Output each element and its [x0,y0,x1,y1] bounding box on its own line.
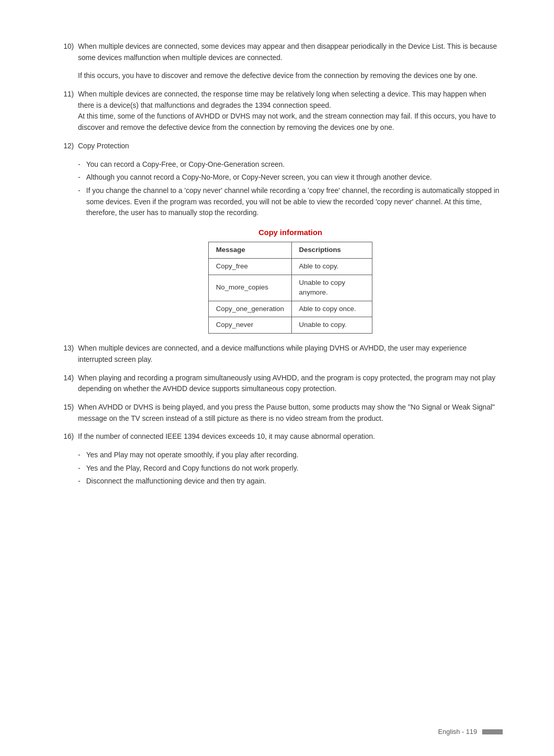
bullet-item: - If you change the channel to a 'copy n… [78,185,503,219]
bullet-dash: - [78,463,86,474]
bullet-item: - Yes and the Play, Record and Copy func… [78,463,503,474]
item-12-text: Copy Protection [78,141,503,152]
table-cell: Copy_never [209,317,292,334]
bullet-dash: - [78,185,86,219]
copy-info-section: Copy information Message Descriptions Co… [78,228,503,334]
bullet-text: Although you cannot record a Copy-No-Mor… [86,172,503,183]
item-11-text: When multiple devices are connected, the… [78,89,503,133]
item-10-extra: If this occurs, you have to discover and… [78,70,503,82]
item-11: 11) When multiple devices are connected,… [51,89,503,133]
item-15: 15) When AVHDD or DVHS is being played, … [51,402,503,424]
item-13: 13) When multiple devices are connected,… [51,343,503,365]
item-12-number: 12) [51,141,78,152]
table-cell: Able to copy once. [291,301,372,317]
bullet-text: Disconnect the malfunctioning device and… [86,476,503,487]
bullet-item: - You can record a Copy-Free, or Copy-On… [78,159,503,170]
table-row: Copy_free Able to copy. [209,258,372,275]
bullet-dash: - [78,172,86,183]
table-row: No_more_copies Unable to copy anymore. [209,275,372,301]
bullet-dash: - [78,450,86,461]
bullet-item: - Yes and Play may not operate smoothly,… [78,450,503,461]
item-16-number: 16) [51,431,78,442]
bullet-item: - Disconnect the malfunctioning device a… [78,476,503,487]
bullet-text: Yes and the Play, Record and Copy functi… [86,463,503,474]
table-cell: Copy_free [209,258,292,275]
item-14: 14) When playing and recording a program… [51,373,503,395]
table-cell: No_more_copies [209,275,292,301]
table-row: Copy_one_generation Able to copy once. [209,301,372,317]
item-12-bullets: - You can record a Copy-Free, or Copy-On… [78,159,503,219]
footer-text: English - 119 [438,728,477,735]
table-cell: Unable to copy. [291,317,372,334]
bullet-dash: - [78,159,86,170]
footer-bar [482,729,503,734]
page-footer: English - 119 [438,728,503,735]
item-16: 16) If the number of connected IEEE 1394… [51,431,503,442]
table-cell: Copy_one_generation [209,301,292,317]
copy-info-title: Copy information [78,228,503,237]
table-row: Copy_never Unable to copy. [209,317,372,334]
item-11-number: 11) [51,89,78,133]
item-14-number: 14) [51,373,78,395]
item-10: 10) When multiple devices are connected,… [51,41,503,63]
item-13-number: 13) [51,343,78,365]
col-header-message: Message [209,242,292,258]
bullet-dash: - [78,476,86,487]
bullet-text: You can record a Copy-Free, or Copy-One-… [86,159,503,170]
table-cell: Able to copy. [291,258,372,275]
page: 10) When multiple devices are connected,… [0,0,554,756]
table-header-row: Message Descriptions [209,242,372,258]
col-header-descriptions: Descriptions [291,242,372,258]
item-15-number: 15) [51,402,78,424]
table-cell: Unable to copy anymore. [291,275,372,301]
item-16-bullets: - Yes and Play may not operate smoothly,… [78,450,503,487]
copy-table: Message Descriptions Copy_free Able to c… [208,242,372,334]
item-10-number: 10) [51,41,78,63]
item-10-text: When multiple devices are connected, som… [78,41,503,63]
bullet-text: If you change the channel to a 'copy nev… [86,185,503,219]
bullet-item: - Although you cannot record a Copy-No-M… [78,172,503,183]
bullet-text: Yes and Play may not operate smoothly, i… [86,450,503,461]
item-12: 12) Copy Protection [51,141,503,152]
item-13-text: When multiple devices are connected, and… [78,343,503,365]
item-15-text: When AVHDD or DVHS is being played, and … [78,402,503,424]
item-14-text: When playing and recording a program sim… [78,373,503,395]
item-16-text: If the number of connected IEEE 1394 dev… [78,431,503,442]
